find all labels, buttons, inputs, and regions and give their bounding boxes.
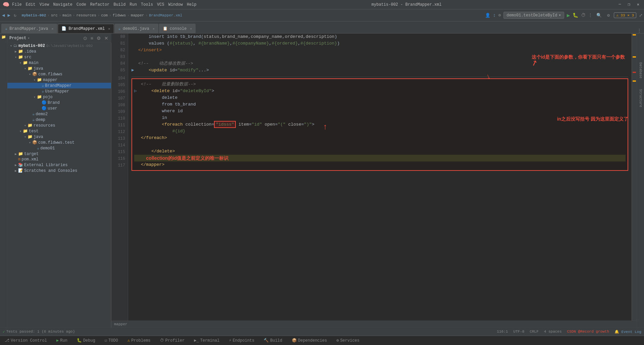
sync-icon[interactable]: ↕: [493, 13, 496, 18]
menu-navigate[interactable]: Navigate: [53, 2, 72, 7]
maximize-button[interactable]: ❐: [626, 1, 632, 8]
tree-item-root[interactable]: ▾ 🗂 mybatis-002 D:\Java01\mybatis-002: [7, 43, 111, 49]
settings-button[interactable]: ⚙: [606, 12, 611, 19]
bc-fldwws[interactable]: fldwws: [113, 13, 126, 17]
close-sidebar-button[interactable]: ✕: [103, 36, 109, 41]
todo-button[interactable]: ☑ TODO: [103, 337, 120, 344]
tree-item-fldwwstest[interactable]: ▾ 📦 com.fldwws.test: [7, 140, 111, 145]
search-button[interactable]: 🔍: [595, 12, 603, 19]
menu-edit[interactable]: Edit: [26, 2, 36, 7]
version-control-button[interactable]: ⎇ Version Control: [3, 337, 49, 344]
tree-item-test-java[interactable]: ▾ 📁 java: [7, 134, 111, 140]
tree-item-demp[interactable]: ☕ demp: [7, 117, 111, 123]
menu-refactor[interactable]: Refactor: [90, 2, 110, 7]
window-title: mybatis-002 - BrandMapper.xml: [372, 2, 442, 7]
tree-item-src[interactable]: ▾ 📁 src: [7, 54, 111, 60]
project-dropdown-icon[interactable]: ▾: [28, 36, 30, 40]
endpoints-button[interactable]: ⚡ Endpoints: [227, 337, 256, 344]
run-config-dropdown[interactable]: demo01.testDeleteById ▾: [503, 12, 564, 19]
code-editor[interactable]: insert into tb_brand(status,brand_name,c…: [128, 33, 632, 321]
dependencies-button[interactable]: 📦 Dependencies: [290, 337, 329, 344]
tree-item-comfldwws[interactable]: ▾ 📦 com.fldwws: [7, 71, 111, 77]
tree-item-scratches[interactable]: ▶ 📝 Scratches and Consoles: [7, 168, 111, 174]
tab-close-icon[interactable]: ✕: [108, 27, 110, 31]
tabs-more-button[interactable]: ⋮: [637, 28, 641, 33]
tree-item-pom[interactable]: m pom.xml: [7, 157, 111, 162]
bc-mapper[interactable]: mapper: [131, 13, 144, 17]
tree-item-target[interactable]: ▶ 📁 target: [7, 151, 111, 157]
menu-view[interactable]: View: [40, 2, 49, 7]
line-gutter: [134, 108, 141, 115]
tree-item-usermapper[interactable]: ☕ UserMapper: [7, 88, 111, 94]
tab-close-icon[interactable]: ✕: [51, 27, 53, 31]
close-button[interactable]: ✕: [635, 1, 641, 8]
tab-close-icon[interactable]: ✕: [190, 27, 192, 31]
warning-badge[interactable]: ⚠ 33 ✕ 3: [614, 12, 636, 18]
test-status: ✓ Tests passed: 1 (6 minutes ago): [3, 330, 75, 334]
tree-item-brand[interactable]: 🔵 Brand: [7, 100, 111, 106]
tree-item-resources[interactable]: ▾ 📁 resources: [7, 123, 111, 128]
structure-panel-button[interactable]: Structure: [638, 87, 643, 109]
line-sep-indicator[interactable]: CRLF: [530, 330, 538, 334]
tab-close-icon[interactable]: ✕: [153, 27, 155, 31]
bc-com[interactable]: com: [101, 13, 108, 17]
nav-forward-button[interactable]: ▶: [7, 12, 11, 19]
folder-icon: 📦: [32, 140, 37, 145]
tree-item-pojo[interactable]: ▾ 📁 pojo: [7, 94, 111, 100]
expand-button[interactable]: ⤢: [639, 13, 643, 18]
minimize-button[interactable]: —: [616, 1, 623, 8]
settings-button[interactable]: ⚙: [96, 36, 102, 41]
menu-file[interactable]: File: [12, 2, 22, 7]
tree-item-brandmapper[interactable]: ☕ BrandMapper: [7, 83, 111, 88]
debug-button[interactable]: 🐛 Debug: [75, 337, 97, 344]
run-button[interactable]: ▶ Run: [54, 337, 69, 344]
problems-button[interactable]: ⚠ Problems: [125, 337, 153, 344]
services-button[interactable]: ⚙ Services: [334, 337, 362, 344]
terminal-button[interactable]: ▶_ Terminal: [192, 337, 221, 344]
menu-tools[interactable]: Tools: [141, 2, 153, 7]
menu-help[interactable]: Help: [187, 2, 197, 7]
debug-button[interactable]: 🐛: [573, 12, 578, 18]
refresh-button[interactable]: ↻: [12, 12, 18, 19]
run-config-icon[interactable]: ⚙: [498, 13, 501, 18]
tree-item-idea[interactable]: ▶ 📁 .idea: [7, 49, 111, 54]
tree-item-extlibs[interactable]: ▶ 📚 External Libraries: [7, 162, 111, 168]
tree-item-java[interactable]: ▾ 📁 java: [7, 66, 111, 71]
bc-project[interactable]: mybatis-002: [22, 13, 46, 17]
menu-code[interactable]: Code: [76, 2, 86, 7]
tab-brandmapper-java[interactable]: ☕ BrandMapper.java ✕: [1, 24, 57, 33]
database-panel-button[interactable]: Database: [638, 60, 643, 80]
menu-vcs[interactable]: VCS: [157, 2, 164, 7]
more-run-button[interactable]: ⋮: [588, 13, 592, 18]
line-col-indicator[interactable]: 116:1: [497, 330, 508, 334]
bc-file[interactable]: BrandMapper.xml: [149, 13, 182, 17]
bc-resources[interactable]: resources: [76, 13, 96, 17]
build-button[interactable]: 🔨 Build: [262, 337, 284, 344]
gutter-mark: [633, 80, 636, 82]
encoding-indicator[interactable]: UTF-8: [513, 330, 524, 334]
sidebar: Project ▾ ⊙ ≡ ⚙ ✕ ▾ 🗂 mybatis-002 D:\Jav…: [7, 33, 111, 327]
code-line-110: in: [134, 115, 626, 121]
nav-back-button[interactable]: ◀: [1, 12, 5, 19]
tab-demo01-java[interactable]: ☕ demo01.java ✕: [115, 24, 158, 33]
tree-item-test[interactable]: ▾ 📁 test: [7, 128, 111, 134]
menu-run[interactable]: Run: [129, 2, 137, 7]
bc-main[interactable]: main: [62, 13, 71, 17]
tree-item-mapper[interactable]: ▾ 📁 mapper: [7, 77, 111, 83]
tree-item-user[interactable]: 🔵 user: [7, 106, 111, 111]
event-log-button[interactable]: 🔔 Event Log: [614, 330, 641, 334]
locate-file-button[interactable]: ⊙: [82, 36, 88, 41]
tree-item-demo01[interactable]: ☕ demo01: [7, 145, 111, 151]
tab-label: BrandMapper.xml: [68, 26, 105, 31]
tab-brandmapper-xml[interactable]: 📄 BrandMapper.xml ✕: [58, 24, 114, 33]
tree-item-demo2[interactable]: ☕ demo2: [7, 111, 111, 117]
bc-src[interactable]: src: [51, 13, 58, 17]
menu-build[interactable]: Build: [113, 2, 125, 7]
collapse-all-button[interactable]: ≡: [90, 36, 94, 41]
tree-item-main[interactable]: ▾ 📁 main: [7, 60, 111, 66]
tab-console[interactable]: 📋 console ✕: [159, 24, 196, 33]
coverage-button[interactable]: ⏱: [581, 13, 586, 18]
menu-window[interactable]: Window: [168, 2, 183, 7]
run-button[interactable]: ▶: [567, 12, 570, 19]
profiler-button[interactable]: ⏱ Profiler: [158, 337, 187, 344]
